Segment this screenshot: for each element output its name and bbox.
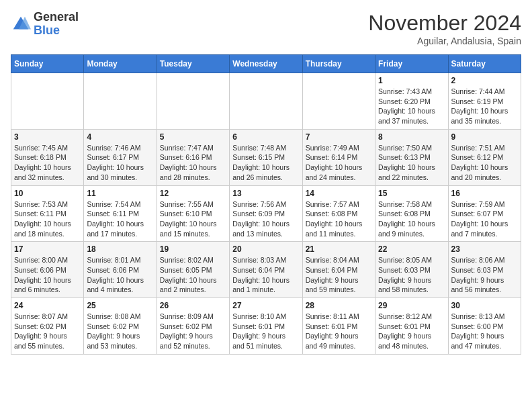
table-row: 17Sunrise: 8:00 AM Sunset: 6:06 PM Dayli… — [11, 242, 84, 298]
day-info: Sunrise: 7:57 AM Sunset: 6:08 PM Dayligh… — [306, 199, 372, 239]
header-saturday: Saturday — [448, 55, 521, 73]
day-number: 25 — [87, 301, 153, 310]
location-subtitle: Aguilar, Andalusia, Spain — [368, 36, 521, 46]
day-info: Sunrise: 7:47 AM Sunset: 6:16 PM Dayligh… — [160, 143, 226, 183]
table-row — [230, 73, 302, 130]
day-info: Sunrise: 7:54 AM Sunset: 6:11 PM Dayligh… — [87, 199, 153, 239]
calendar-table: SundayMondayTuesdayWednesdayThursdayFrid… — [11, 54, 521, 355]
day-number: 28 — [306, 301, 372, 310]
week-row-5: 24Sunrise: 8:07 AM Sunset: 6:02 PM Dayli… — [11, 298, 521, 355]
table-row: 3Sunrise: 7:45 AM Sunset: 6:18 PM Daylig… — [11, 129, 84, 185]
logo-blue: Blue — [34, 24, 60, 37]
day-number: 19 — [160, 244, 226, 254]
table-row — [302, 73, 375, 130]
day-info: Sunrise: 8:05 AM Sunset: 6:03 PM Dayligh… — [378, 255, 445, 295]
day-info: Sunrise: 7:49 AM Sunset: 6:14 PM Dayligh… — [306, 143, 372, 183]
table-row: 25Sunrise: 8:08 AM Sunset: 6:02 PM Dayli… — [84, 298, 157, 355]
table-row — [157, 73, 229, 130]
week-row-4: 17Sunrise: 8:00 AM Sunset: 6:06 PM Dayli… — [11, 242, 521, 298]
day-number: 3 — [14, 132, 81, 142]
logo-icon — [11, 14, 31, 34]
day-number: 12 — [160, 189, 226, 198]
week-row-1: 1Sunrise: 7:43 AM Sunset: 6:20 PM Daylig… — [11, 73, 521, 130]
day-info: Sunrise: 8:04 AM Sunset: 6:04 PM Dayligh… — [306, 255, 372, 295]
day-number: 2 — [451, 76, 518, 85]
day-info: Sunrise: 7:50 AM Sunset: 6:13 PM Dayligh… — [378, 143, 445, 183]
table-row — [84, 73, 157, 130]
day-info: Sunrise: 7:58 AM Sunset: 6:08 PM Dayligh… — [378, 199, 445, 239]
week-row-3: 10Sunrise: 7:53 AM Sunset: 6:11 PM Dayli… — [11, 185, 521, 242]
month-year-title: November 2024 — [368, 11, 521, 36]
day-info: Sunrise: 8:06 AM Sunset: 6:03 PM Dayligh… — [451, 255, 518, 295]
day-number: 18 — [87, 244, 153, 254]
day-info: Sunrise: 7:59 AM Sunset: 6:07 PM Dayligh… — [451, 199, 518, 239]
calendar-body: 1Sunrise: 7:43 AM Sunset: 6:20 PM Daylig… — [11, 73, 521, 355]
table-row: 2Sunrise: 7:44 AM Sunset: 6:19 PM Daylig… — [448, 73, 521, 130]
day-number: 11 — [87, 189, 153, 198]
day-number: 5 — [160, 132, 226, 142]
table-row: 27Sunrise: 8:10 AM Sunset: 6:01 PM Dayli… — [230, 298, 302, 355]
day-info: Sunrise: 8:09 AM Sunset: 6:02 PM Dayligh… — [160, 312, 226, 351]
table-row: 22Sunrise: 8:05 AM Sunset: 6:03 PM Dayli… — [375, 242, 448, 298]
table-row: 26Sunrise: 8:09 AM Sunset: 6:02 PM Dayli… — [157, 298, 229, 355]
day-info: Sunrise: 7:46 AM Sunset: 6:17 PM Dayligh… — [87, 143, 153, 183]
header-sunday: Sunday — [11, 55, 84, 73]
day-number: 22 — [378, 244, 445, 254]
table-row: 13Sunrise: 7:56 AM Sunset: 6:09 PM Dayli… — [230, 185, 302, 242]
day-number: 29 — [378, 301, 445, 310]
header-wednesday: Wednesday — [230, 55, 302, 73]
day-info: Sunrise: 8:00 AM Sunset: 6:06 PM Dayligh… — [14, 255, 81, 295]
day-info: Sunrise: 8:13 AM Sunset: 6:00 PM Dayligh… — [451, 312, 518, 351]
day-info: Sunrise: 8:12 AM Sunset: 6:01 PM Dayligh… — [378, 312, 445, 351]
table-row: 8Sunrise: 7:50 AM Sunset: 6:13 PM Daylig… — [375, 129, 448, 185]
calendar-header: SundayMondayTuesdayWednesdayThursdayFrid… — [11, 55, 521, 73]
day-info: Sunrise: 7:44 AM Sunset: 6:19 PM Dayligh… — [451, 87, 518, 126]
day-number: 1 — [378, 76, 445, 85]
day-number: 24 — [14, 301, 81, 310]
day-number: 30 — [451, 301, 518, 310]
weekday-header-row: SundayMondayTuesdayWednesdayThursdayFrid… — [11, 55, 521, 73]
table-row: 19Sunrise: 8:02 AM Sunset: 6:05 PM Dayli… — [157, 242, 229, 298]
day-info: Sunrise: 8:11 AM Sunset: 6:01 PM Dayligh… — [306, 312, 372, 351]
header-thursday: Thursday — [302, 55, 375, 73]
day-number: 13 — [232, 189, 299, 198]
table-row: 10Sunrise: 7:53 AM Sunset: 6:11 PM Dayli… — [11, 185, 84, 242]
table-row — [11, 73, 84, 130]
table-row: 28Sunrise: 8:11 AM Sunset: 6:01 PM Dayli… — [302, 298, 375, 355]
table-row: 30Sunrise: 8:13 AM Sunset: 6:00 PM Dayli… — [448, 298, 521, 355]
day-info: Sunrise: 8:07 AM Sunset: 6:02 PM Dayligh… — [14, 312, 81, 351]
table-row: 16Sunrise: 7:59 AM Sunset: 6:07 PM Dayli… — [448, 185, 521, 242]
table-row: 24Sunrise: 8:07 AM Sunset: 6:02 PM Dayli… — [11, 298, 84, 355]
day-number: 17 — [14, 244, 81, 254]
day-info: Sunrise: 8:10 AM Sunset: 6:01 PM Dayligh… — [232, 312, 299, 351]
day-info: Sunrise: 7:53 AM Sunset: 6:11 PM Dayligh… — [14, 199, 81, 239]
day-number: 10 — [14, 189, 81, 198]
table-row: 1Sunrise: 7:43 AM Sunset: 6:20 PM Daylig… — [375, 73, 448, 130]
header-monday: Monday — [84, 55, 157, 73]
table-row: 4Sunrise: 7:46 AM Sunset: 6:17 PM Daylig… — [84, 129, 157, 185]
table-row: 18Sunrise: 8:01 AM Sunset: 6:06 PM Dayli… — [84, 242, 157, 298]
day-info: Sunrise: 8:03 AM Sunset: 6:04 PM Dayligh… — [232, 255, 299, 295]
logo-general: General — [34, 10, 79, 24]
day-info: Sunrise: 8:02 AM Sunset: 6:05 PM Dayligh… — [160, 255, 226, 295]
day-number: 8 — [378, 132, 445, 142]
table-row: 29Sunrise: 8:12 AM Sunset: 6:01 PM Dayli… — [375, 298, 448, 355]
day-number: 15 — [378, 189, 445, 198]
day-number: 20 — [232, 244, 299, 254]
week-row-2: 3Sunrise: 7:45 AM Sunset: 6:18 PM Daylig… — [11, 129, 521, 185]
day-number: 21 — [306, 244, 372, 254]
day-info: Sunrise: 8:01 AM Sunset: 6:06 PM Dayligh… — [87, 255, 153, 295]
table-row: 20Sunrise: 8:03 AM Sunset: 6:04 PM Dayli… — [230, 242, 302, 298]
title-block: November 2024 Aguilar, Andalusia, Spain — [368, 11, 521, 46]
logo-text: General Blue — [34, 11, 79, 38]
page-header: General Blue November 2024 Aguilar, Anda… — [11, 11, 521, 46]
table-row: 14Sunrise: 7:57 AM Sunset: 6:08 PM Dayli… — [302, 185, 375, 242]
day-info: Sunrise: 8:08 AM Sunset: 6:02 PM Dayligh… — [87, 312, 153, 351]
day-number: 26 — [160, 301, 226, 310]
logo: General Blue — [11, 11, 79, 38]
table-row: 15Sunrise: 7:58 AM Sunset: 6:08 PM Dayli… — [375, 185, 448, 242]
day-info: Sunrise: 7:48 AM Sunset: 6:15 PM Dayligh… — [232, 143, 299, 183]
day-info: Sunrise: 7:56 AM Sunset: 6:09 PM Dayligh… — [232, 199, 299, 239]
header-tuesday: Tuesday — [157, 55, 229, 73]
day-number: 16 — [451, 189, 518, 198]
